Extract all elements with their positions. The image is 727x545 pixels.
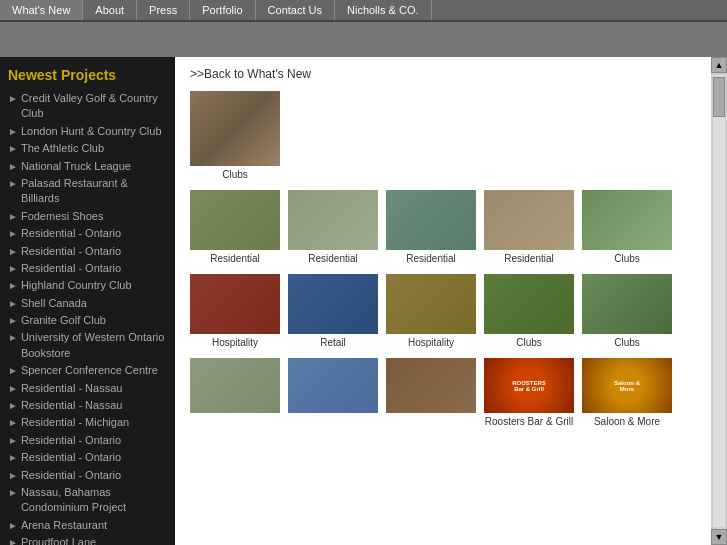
project-item-residential-2[interactable]: Residential [288,190,378,264]
sidebar-heading: Newest Projects [8,67,167,83]
thumbnail-saloons: Saloon &More [582,358,672,413]
arrow-icon: ► [8,177,18,191]
arrow-icon: ► [8,125,18,139]
project-item-hospitality-2[interactable]: Hospitality [386,274,476,348]
thumbnail-roosters: ROOSTERSBar & Grill [484,358,574,413]
nav-portfolio[interactable]: Portfolio [190,0,255,20]
sidebar-item-arena[interactable]: ► Arena Restaurant [8,518,167,533]
thumbnail-residential-4 [484,190,574,250]
arrow-icon: ► [8,297,18,311]
sidebar-item-proudfoot[interactable]: ► Proudfoot Lane Condominium Project [8,535,167,545]
nav-whats-new[interactable]: What's New [0,0,83,20]
label-hospitality-1: Hospitality [212,337,258,348]
arrow-icon: ► [8,451,18,465]
sidebar: Newest Projects ► Credit Valley Golf & C… [0,57,175,545]
back-link[interactable]: >>Back to What's New [190,67,696,81]
sidebar-item-nassau-2[interactable]: ► Residential - Nassau [8,398,167,413]
sidebar-item-national-truck[interactable]: ► National Truck League [8,159,167,174]
project-label-clubs-1: Clubs [222,169,248,180]
project-item-clubs-4[interactable]: Clubs [582,274,672,348]
project-row-1: Clubs [190,91,696,180]
content-area: >>Back to What's New Clubs Residential R… [175,57,711,545]
thumbnail-hospitality-2 [386,274,476,334]
project-item-retail[interactable]: Retail [288,274,378,348]
sidebar-item-credit-valley[interactable]: ► Credit Valley Golf & Country Club [8,91,167,122]
scroll-up-button[interactable]: ▲ [711,57,727,73]
project-item-saloons[interactable]: Saloon &More Saloon & More [582,358,672,427]
scroll-track [713,75,725,527]
thumbnail-residential-2 [288,190,378,250]
sidebar-item-shell[interactable]: ► Shell Canada [8,296,167,311]
sidebar-item-nassau-condo[interactable]: ► Nassau, Bahamas Condominium Project [8,485,167,516]
sidebar-item-palasad[interactable]: ► Palasad Restaurant & Billiards [8,176,167,207]
sidebar-item-nassau-1[interactable]: ► Residential - Nassau [8,381,167,396]
thumbnail-r2 [288,358,378,413]
sidebar-item-residential-1[interactable]: ► Residential - Ontario [8,226,167,241]
arrow-icon: ► [8,210,18,224]
arrow-icon: ► [8,416,18,430]
project-item-residential-3[interactable]: Residential [386,190,476,264]
sidebar-item-fodemesi[interactable]: ► Fodemesi Shoes [8,209,167,224]
sidebar-item-highland[interactable]: ► Highland Country Club [8,278,167,293]
project-item-clubs-3[interactable]: Clubs [484,274,574,348]
thumbnail-hospitality-1 [190,274,280,334]
sidebar-item-michigan[interactable]: ► Residential - Michigan [8,415,167,430]
arrow-icon: ► [8,536,18,545]
project-item-residential-1[interactable]: Residential [190,190,280,264]
thumbnail-clubs-4 [582,274,672,334]
arrow-icon: ► [8,364,18,378]
sidebar-item-ontario-2[interactable]: ► Residential - Ontario [8,450,167,465]
sidebar-item-athletic-club[interactable]: ► The Athletic Club [8,141,167,156]
nav-nicholls[interactable]: Nicholls & CO. [335,0,432,20]
arrow-icon: ► [8,262,18,276]
label-hospitality-2: Hospitality [408,337,454,348]
project-item-r3[interactable] [386,358,476,427]
label-clubs-3: Clubs [516,337,542,348]
sidebar-item-residential-3[interactable]: ► Residential - Ontario [8,261,167,276]
project-row-4: ROOSTERSBar & Grill Roosters Bar & Grill… [190,358,696,427]
sidebar-item-ontario-1[interactable]: ► Residential - Ontario [8,433,167,448]
label-residential-3: Residential [406,253,455,264]
thumbnail-retail [288,274,378,334]
arrow-icon: ► [8,519,18,533]
label-residential-4: Residential [504,253,553,264]
project-item-clubs-1[interactable]: Clubs [190,91,280,180]
thumbnail-residential-1 [190,190,280,250]
arrow-icon: ► [8,92,18,106]
scroll-down-button[interactable]: ▼ [711,529,727,545]
roosters-logo-text: ROOSTERSBar & Grill [510,378,548,394]
label-roosters: Roosters Bar & Grill [485,416,573,427]
sidebar-item-granite[interactable]: ► Granite Golf Club [8,313,167,328]
label-clubs-2: Clubs [614,253,640,264]
project-item-roosters[interactable]: ROOSTERSBar & Grill Roosters Bar & Grill [484,358,574,427]
arrow-icon: ► [8,279,18,293]
sidebar-item-spencer[interactable]: ► Spencer Conference Centre [8,363,167,378]
project-item-r2[interactable] [288,358,378,427]
project-item-hospitality-1[interactable]: Hospitality [190,274,280,348]
sidebar-item-ontario-3[interactable]: ► Residential - Ontario [8,468,167,483]
thumbnail-residential-3 [386,190,476,250]
label-saloons: Saloon & More [594,416,660,427]
scroll-thumb[interactable] [713,77,725,117]
project-item-clubs-2[interactable]: Clubs [582,190,672,264]
saloons-logo-text: Saloon &More [612,378,642,394]
label-clubs-4: Clubs [614,337,640,348]
arrow-icon: ► [8,382,18,396]
project-item-residential-4[interactable]: Residential [484,190,574,264]
nav-contact-us[interactable]: Contact Us [256,0,335,20]
arrow-icon: ► [8,399,18,413]
nav-press[interactable]: Press [137,0,190,20]
arrow-icon: ► [8,142,18,156]
project-item-r1[interactable] [190,358,280,427]
thumbnail-clubs-2 [582,190,672,250]
label-residential-1: Residential [210,253,259,264]
scrollbar: ▲ ▼ [711,57,727,545]
sidebar-item-london-hunt[interactable]: ► London Hunt & Country Club [8,124,167,139]
thumbnail-r1 [190,358,280,413]
sidebar-item-residential-2[interactable]: ► Residential - Ontario [8,244,167,259]
thumbnail-r3 [386,358,476,413]
arrow-icon: ► [8,434,18,448]
nav-about[interactable]: About [83,0,137,20]
sidebar-item-western-bookstore[interactable]: ► University of Western Ontario Bookstor… [8,330,167,361]
project-thumbnail-clubs-1 [190,91,280,166]
